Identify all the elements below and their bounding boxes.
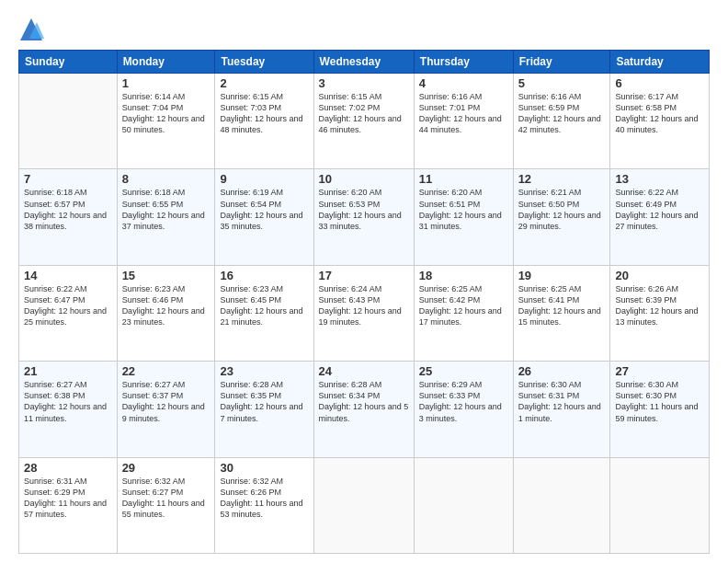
day-number: 6 bbox=[615, 76, 704, 90]
calendar-header-cell: Tuesday bbox=[215, 51, 313, 74]
day-number: 9 bbox=[220, 172, 308, 186]
calendar-day-cell: 21Sunrise: 6:27 AM Sunset: 6:38 PM Dayli… bbox=[19, 362, 118, 457]
day-info: Sunrise: 6:19 AM Sunset: 6:54 PM Dayligh… bbox=[220, 187, 308, 232]
day-info: Sunrise: 6:22 AM Sunset: 6:47 PM Dayligh… bbox=[24, 283, 112, 328]
day-info: Sunrise: 6:29 AM Sunset: 6:33 PM Dayligh… bbox=[419, 379, 508, 424]
calendar-day-cell: 24Sunrise: 6:28 AM Sunset: 6:34 PM Dayli… bbox=[313, 362, 414, 457]
day-info: Sunrise: 6:23 AM Sunset: 6:45 PM Dayligh… bbox=[220, 283, 308, 328]
day-info: Sunrise: 6:18 AM Sunset: 6:57 PM Dayligh… bbox=[24, 187, 112, 232]
calendar-header-cell: Friday bbox=[513, 51, 610, 74]
day-info: Sunrise: 6:15 AM Sunset: 7:03 PM Dayligh… bbox=[220, 91, 308, 136]
calendar-day-cell: 23Sunrise: 6:28 AM Sunset: 6:35 PM Dayli… bbox=[215, 362, 313, 457]
calendar-day-cell: 28Sunrise: 6:31 AM Sunset: 6:29 PM Dayli… bbox=[19, 457, 118, 553]
day-number: 17 bbox=[319, 269, 409, 282]
calendar-week-row: 28Sunrise: 6:31 AM Sunset: 6:29 PM Dayli… bbox=[19, 457, 710, 553]
day-number: 11 bbox=[419, 172, 508, 186]
day-info: Sunrise: 6:28 AM Sunset: 6:35 PM Dayligh… bbox=[220, 379, 308, 424]
day-info: Sunrise: 6:15 AM Sunset: 7:02 PM Dayligh… bbox=[319, 91, 409, 136]
calendar-day-cell bbox=[19, 74, 118, 169]
day-info: Sunrise: 6:32 AM Sunset: 6:26 PM Dayligh… bbox=[220, 476, 308, 521]
day-number: 14 bbox=[24, 269, 112, 282]
day-info: Sunrise: 6:16 AM Sunset: 7:01 PM Dayligh… bbox=[419, 91, 508, 136]
calendar-day-cell: 1Sunrise: 6:14 AM Sunset: 7:04 PM Daylig… bbox=[117, 74, 215, 169]
day-number: 29 bbox=[122, 461, 210, 475]
day-info: Sunrise: 6:16 AM Sunset: 6:59 PM Dayligh… bbox=[518, 91, 606, 136]
day-info: Sunrise: 6:20 AM Sunset: 6:53 PM Dayligh… bbox=[319, 187, 409, 232]
day-info: Sunrise: 6:24 AM Sunset: 6:43 PM Dayligh… bbox=[319, 283, 409, 328]
day-number: 26 bbox=[518, 364, 606, 378]
day-number: 1 bbox=[122, 76, 210, 90]
calendar-day-cell: 12Sunrise: 6:21 AM Sunset: 6:50 PM Dayli… bbox=[513, 169, 610, 265]
page: SundayMondayTuesdayWednesdayThursdayFrid… bbox=[0, 0, 728, 563]
calendar-week-row: 1Sunrise: 6:14 AM Sunset: 7:04 PM Daylig… bbox=[19, 74, 710, 169]
day-number: 2 bbox=[220, 76, 308, 90]
calendar-day-cell: 8Sunrise: 6:18 AM Sunset: 6:55 PM Daylig… bbox=[117, 169, 215, 265]
calendar-week-row: 7Sunrise: 6:18 AM Sunset: 6:57 PM Daylig… bbox=[19, 169, 710, 265]
calendar-day-cell: 5Sunrise: 6:16 AM Sunset: 6:59 PM Daylig… bbox=[513, 74, 610, 169]
day-info: Sunrise: 6:25 AM Sunset: 6:41 PM Dayligh… bbox=[518, 283, 606, 328]
logo-icon bbox=[18, 17, 44, 42]
day-info: Sunrise: 6:32 AM Sunset: 6:27 PM Dayligh… bbox=[122, 476, 210, 521]
calendar-day-cell: 11Sunrise: 6:20 AM Sunset: 6:51 PM Dayli… bbox=[414, 169, 513, 265]
day-number: 28 bbox=[24, 461, 112, 475]
calendar-day-cell: 6Sunrise: 6:17 AM Sunset: 6:58 PM Daylig… bbox=[610, 74, 710, 169]
day-info: Sunrise: 6:21 AM Sunset: 6:50 PM Dayligh… bbox=[518, 187, 606, 232]
day-number: 30 bbox=[220, 461, 308, 475]
day-info: Sunrise: 6:30 AM Sunset: 6:30 PM Dayligh… bbox=[615, 379, 704, 424]
calendar-day-cell: 19Sunrise: 6:25 AM Sunset: 6:41 PM Dayli… bbox=[513, 265, 610, 361]
calendar-header-cell: Wednesday bbox=[313, 51, 414, 74]
day-number: 5 bbox=[518, 76, 606, 90]
day-number: 7 bbox=[24, 172, 112, 186]
day-number: 21 bbox=[24, 364, 112, 378]
header bbox=[18, 17, 710, 42]
day-number: 27 bbox=[615, 364, 704, 378]
day-info: Sunrise: 6:27 AM Sunset: 6:37 PM Dayligh… bbox=[122, 379, 210, 424]
day-number: 15 bbox=[122, 269, 210, 282]
day-number: 16 bbox=[220, 269, 308, 282]
calendar-day-cell: 25Sunrise: 6:29 AM Sunset: 6:33 PM Dayli… bbox=[414, 362, 513, 457]
calendar-header-cell: Saturday bbox=[610, 51, 710, 74]
day-number: 4 bbox=[419, 76, 508, 90]
day-number: 25 bbox=[419, 364, 508, 378]
day-number: 12 bbox=[518, 172, 606, 186]
day-number: 10 bbox=[319, 172, 409, 186]
calendar-day-cell: 10Sunrise: 6:20 AM Sunset: 6:53 PM Dayli… bbox=[313, 169, 414, 265]
calendar-day-cell: 27Sunrise: 6:30 AM Sunset: 6:30 PM Dayli… bbox=[610, 362, 710, 457]
day-info: Sunrise: 6:20 AM Sunset: 6:51 PM Dayligh… bbox=[419, 187, 508, 232]
calendar-day-cell bbox=[414, 457, 513, 553]
day-info: Sunrise: 6:27 AM Sunset: 6:38 PM Dayligh… bbox=[24, 379, 112, 424]
calendar-day-cell: 2Sunrise: 6:15 AM Sunset: 7:03 PM Daylig… bbox=[215, 74, 313, 169]
calendar-day-cell: 26Sunrise: 6:30 AM Sunset: 6:31 PM Dayli… bbox=[513, 362, 610, 457]
calendar-day-cell: 17Sunrise: 6:24 AM Sunset: 6:43 PM Dayli… bbox=[313, 265, 414, 361]
day-info: Sunrise: 6:18 AM Sunset: 6:55 PM Dayligh… bbox=[122, 187, 210, 232]
calendar-day-cell bbox=[513, 457, 610, 553]
calendar-day-cell: 3Sunrise: 6:15 AM Sunset: 7:02 PM Daylig… bbox=[313, 74, 414, 169]
calendar-day-cell: 13Sunrise: 6:22 AM Sunset: 6:49 PM Dayli… bbox=[610, 169, 710, 265]
calendar-day-cell: 20Sunrise: 6:26 AM Sunset: 6:39 PM Dayli… bbox=[610, 265, 710, 361]
calendar-header-row: SundayMondayTuesdayWednesdayThursdayFrid… bbox=[19, 51, 710, 74]
calendar-day-cell: 9Sunrise: 6:19 AM Sunset: 6:54 PM Daylig… bbox=[215, 169, 313, 265]
calendar-header-cell: Thursday bbox=[414, 51, 513, 74]
calendar-header-cell: Sunday bbox=[19, 51, 118, 74]
day-number: 22 bbox=[122, 364, 210, 378]
day-info: Sunrise: 6:23 AM Sunset: 6:46 PM Dayligh… bbox=[122, 283, 210, 328]
day-info: Sunrise: 6:25 AM Sunset: 6:42 PM Dayligh… bbox=[419, 283, 508, 328]
calendar-table: SundayMondayTuesdayWednesdayThursdayFrid… bbox=[18, 50, 710, 554]
day-number: 3 bbox=[319, 76, 409, 90]
calendar-day-cell: 7Sunrise: 6:18 AM Sunset: 6:57 PM Daylig… bbox=[19, 169, 118, 265]
calendar-day-cell: 22Sunrise: 6:27 AM Sunset: 6:37 PM Dayli… bbox=[117, 362, 215, 457]
day-info: Sunrise: 6:30 AM Sunset: 6:31 PM Dayligh… bbox=[518, 379, 606, 424]
calendar-week-row: 14Sunrise: 6:22 AM Sunset: 6:47 PM Dayli… bbox=[19, 265, 710, 361]
day-number: 13 bbox=[615, 172, 704, 186]
calendar-day-cell: 29Sunrise: 6:32 AM Sunset: 6:27 PM Dayli… bbox=[117, 457, 215, 553]
day-number: 19 bbox=[518, 269, 606, 282]
calendar-day-cell bbox=[610, 457, 710, 553]
calendar-day-cell: 14Sunrise: 6:22 AM Sunset: 6:47 PM Dayli… bbox=[19, 265, 118, 361]
calendar-day-cell: 4Sunrise: 6:16 AM Sunset: 7:01 PM Daylig… bbox=[414, 74, 513, 169]
day-info: Sunrise: 6:28 AM Sunset: 6:34 PM Dayligh… bbox=[319, 379, 409, 424]
calendar-day-cell: 30Sunrise: 6:32 AM Sunset: 6:26 PM Dayli… bbox=[215, 457, 313, 553]
logo bbox=[18, 17, 48, 42]
calendar-day-cell: 16Sunrise: 6:23 AM Sunset: 6:45 PM Dayli… bbox=[215, 265, 313, 361]
day-info: Sunrise: 6:14 AM Sunset: 7:04 PM Dayligh… bbox=[122, 91, 210, 136]
day-info: Sunrise: 6:31 AM Sunset: 6:29 PM Dayligh… bbox=[24, 476, 112, 521]
